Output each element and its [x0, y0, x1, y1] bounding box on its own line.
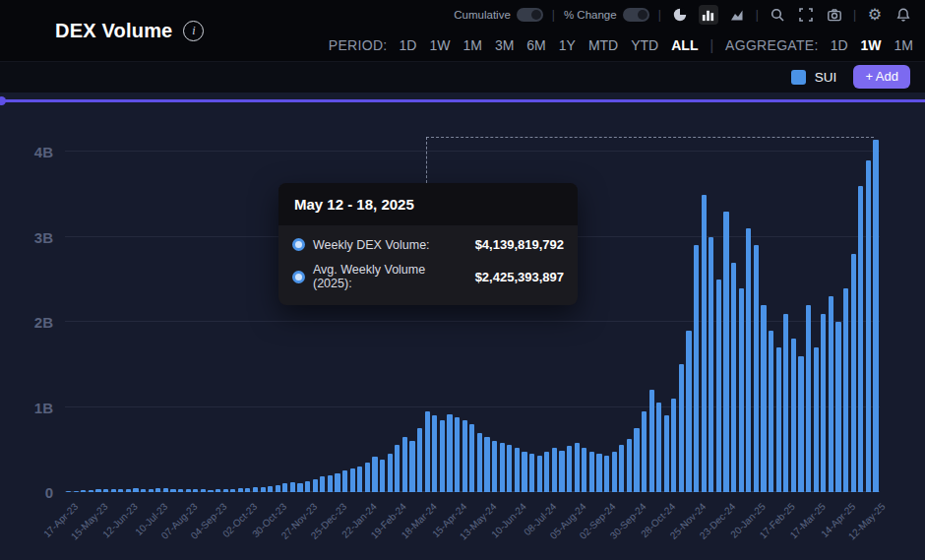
bar[interactable] [417, 428, 422, 492]
scrubber-handle[interactable] [0, 96, 6, 105]
bar[interactable] [103, 489, 108, 492]
search-icon[interactable] [768, 5, 787, 25]
bar[interactable] [81, 490, 86, 492]
period-option-1y[interactable]: 1Y [559, 37, 576, 53]
notifications-icon[interactable] [894, 5, 913, 25]
bar[interactable] [552, 448, 557, 492]
bar[interactable] [402, 437, 407, 492]
bar[interactable] [357, 467, 362, 492]
bar[interactable] [754, 245, 759, 492]
bar[interactable] [627, 439, 632, 492]
bar[interactable] [290, 482, 295, 492]
bar[interactable] [522, 452, 526, 492]
bar[interactable] [612, 452, 617, 492]
bar[interactable] [656, 403, 661, 492]
bar[interactable] [649, 390, 654, 492]
bar[interactable] [484, 437, 489, 492]
bar[interactable] [783, 314, 788, 492]
bar[interactable] [126, 489, 131, 492]
period-option-ytd[interactable]: YTD [631, 37, 658, 53]
bar[interactable] [372, 457, 377, 492]
bar[interactable] [851, 254, 856, 492]
aggregate-option-1m[interactable]: 1M [894, 37, 913, 53]
bar[interactable] [320, 476, 325, 492]
bar[interactable] [342, 470, 347, 492]
bar[interactable] [133, 488, 138, 492]
period-option-1m[interactable]: 1M [462, 37, 481, 53]
bar[interactable] [642, 411, 647, 492]
bar[interactable] [305, 481, 310, 492]
bar[interactable] [462, 420, 467, 492]
period-option-all[interactable]: ALL [671, 37, 698, 53]
percent-change-toggle[interactable] [623, 8, 649, 22]
bar[interactable] [276, 485, 280, 492]
bar[interactable] [829, 296, 833, 492]
bar[interactable] [350, 468, 355, 492]
camera-icon[interactable] [825, 5, 844, 25]
period-option-1d[interactable]: 1D [400, 37, 417, 53]
area-chart-icon[interactable] [727, 5, 747, 25]
bar[interactable] [582, 448, 586, 492]
bar[interactable] [723, 212, 728, 492]
bar[interactable] [395, 445, 400, 492]
time-scrubber[interactable] [0, 99, 925, 102]
bar[interactable] [313, 479, 318, 492]
bar[interactable] [208, 490, 213, 492]
bar[interactable] [671, 399, 676, 492]
bar[interactable] [731, 263, 736, 492]
bar[interactable] [216, 489, 220, 492]
bar[interactable] [858, 186, 863, 492]
bar[interactable] [515, 448, 520, 492]
bar[interactable] [843, 288, 848, 492]
bar[interactable] [619, 445, 624, 492]
bar[interactable] [776, 347, 781, 492]
bar[interactable] [709, 237, 713, 492]
bar[interactable] [74, 491, 79, 493]
bar[interactable] [193, 489, 198, 492]
bar[interactable] [791, 339, 796, 492]
fullscreen-icon[interactable] [796, 5, 816, 25]
bar[interactable] [432, 415, 437, 492]
bar[interactable] [89, 490, 93, 492]
bar[interactable] [297, 483, 302, 493]
bar[interactable] [335, 473, 339, 492]
bar[interactable] [238, 488, 243, 492]
bar[interactable] [634, 428, 639, 492]
bar[interactable] [529, 454, 534, 492]
bar[interactable] [835, 322, 840, 492]
bar[interactable] [873, 140, 878, 492]
bar[interactable] [245, 488, 250, 492]
bar[interactable] [201, 489, 206, 492]
series-label[interactable]: SUI [815, 70, 837, 85]
bar[interactable] [118, 489, 123, 492]
period-option-mtd[interactable]: MTD [588, 37, 618, 53]
bar[interactable] [268, 486, 273, 492]
bar[interactable] [440, 420, 445, 492]
cumulative-toggle[interactable] [517, 8, 543, 22]
bar[interactable] [178, 489, 183, 492]
bar[interactable] [149, 489, 154, 492]
bar[interactable] [746, 228, 751, 492]
aggregate-option-1w[interactable]: 1W [861, 37, 882, 53]
bar[interactable] [477, 433, 482, 492]
bar[interactable] [155, 488, 160, 492]
bar[interactable] [589, 452, 594, 492]
pie-chart-icon[interactable] [670, 5, 690, 25]
bar[interactable] [664, 415, 669, 492]
bar[interactable] [230, 489, 235, 492]
bar[interactable] [95, 489, 100, 492]
bar[interactable] [492, 441, 497, 492]
settings-icon[interactable]: ⚙ [865, 5, 885, 25]
bar[interactable] [694, 245, 699, 492]
bar-chart-icon[interactable] [699, 5, 718, 25]
bar[interactable] [425, 411, 430, 492]
bar[interactable] [261, 487, 266, 492]
bar[interactable] [380, 460, 385, 492]
bar[interactable] [559, 451, 564, 492]
bar[interactable] [686, 331, 691, 492]
bar[interactable] [141, 489, 146, 492]
bar[interactable] [409, 441, 414, 492]
bar[interactable] [253, 487, 258, 492]
bar[interactable] [507, 445, 512, 492]
bar[interactable] [455, 417, 460, 492]
